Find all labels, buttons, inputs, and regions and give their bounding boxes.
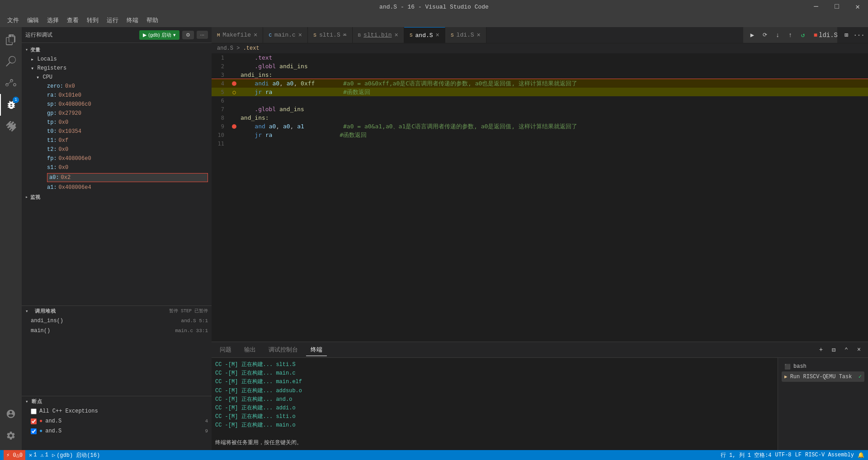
tab-ldi-s[interactable]: S ldi.S ×: [445, 27, 486, 43]
terminal-run-task[interactable]: ▶ Run RISCV-QEMU Task ✓: [782, 371, 864, 382]
split-terminal-button[interactable]: ⊟: [828, 344, 839, 355]
source-control-activity-icon[interactable]: [0, 72, 22, 94]
tab-main-c-close[interactable]: ×: [298, 32, 302, 39]
line-col-label: 行 1, 列 1 空格:4: [721, 451, 772, 459]
variables-section-header[interactable]: ▾ 变量: [22, 45, 212, 55]
status-notifications[interactable]: 🔔: [858, 451, 864, 459]
bp-and-s-1[interactable]: ● and.S 4: [22, 416, 212, 426]
watch-section-header[interactable]: ▸ 监视: [22, 192, 212, 202]
menu-view[interactable]: 查看: [63, 14, 82, 26]
status-debug-session[interactable]: ▷ (gdb) 启动(16): [52, 451, 100, 459]
call-stack-frame-0[interactable]: andi_ins() and.S 5:1: [22, 316, 212, 326]
tab-slti-s[interactable]: S slti.S ×: [308, 27, 352, 43]
more-tabs-icon[interactable]: ···: [854, 30, 864, 41]
menu-select[interactable]: 选择: [43, 14, 62, 26]
bp-and-s-2-checkbox[interactable]: [31, 428, 37, 434]
menu-run[interactable]: 运行: [103, 14, 122, 26]
reg-a0[interactable]: a0: 0x2: [47, 173, 208, 182]
reg-t2[interactable]: t2: 0x0: [33, 145, 212, 154]
tab-output[interactable]: 输出: [240, 344, 260, 356]
search-activity-icon[interactable]: [0, 51, 22, 72]
reg-ra[interactable]: ra: 0x101e0: [33, 91, 212, 100]
call-stack-header[interactable]: ▾ 调用堆栈 暂停 STEP 已暂停: [22, 306, 212, 316]
split-editor-icon[interactable]: ⊞: [841, 30, 852, 41]
tab-ldi-s-close[interactable]: ×: [477, 32, 481, 39]
close-panel-button[interactable]: ×: [854, 344, 864, 355]
restart-button[interactable]: ↺: [797, 30, 808, 41]
code-editor[interactable]: 1 .text 2 .globl andi_ins 3 andi_ins:: [212, 53, 868, 342]
menu-edit[interactable]: 编辑: [24, 14, 42, 26]
tab-makefile[interactable]: M Makefile ×: [212, 27, 263, 43]
tab-slti-bin[interactable]: B slti.bin ×: [353, 27, 404, 43]
step-out-button[interactable]: ↑: [785, 30, 796, 41]
reg-t0[interactable]: t0: 0x10354: [33, 127, 212, 136]
reg-fp[interactable]: fp: 0x408006e0: [33, 154, 212, 163]
reg-tp[interactable]: tp: 0x0: [33, 118, 212, 127]
status-right: 行 1, 列 1 空格:4 UTF-8 LF RISC-V Assembly 🔔: [721, 451, 864, 459]
terminal-output[interactable]: CC -[M] 正在构建... slti.S CC -[M] 正在构建... m…: [212, 358, 778, 450]
bp-exceptions[interactable]: All C++ Exceptions: [22, 406, 212, 416]
tab-makefile-label: Makefile: [223, 32, 251, 38]
step-into-button[interactable]: ↓: [772, 30, 783, 41]
tab-makefile-close[interactable]: ×: [254, 32, 257, 39]
terminal-line-3: CC -[M] 正在构建... main.elf: [215, 378, 774, 386]
breakpoints-header[interactable]: ▾ 断点: [22, 396, 212, 406]
bp-and-s-1-checkbox[interactable]: [31, 418, 37, 424]
continue-button[interactable]: ▶: [747, 30, 758, 41]
maximize-button[interactable]: □: [826, 0, 847, 14]
tab-terminal[interactable]: 终端: [306, 344, 327, 356]
tab-debug-console[interactable]: 调试控制台: [264, 344, 302, 356]
menu-file[interactable]: 文件: [4, 14, 23, 26]
reg-s1[interactable]: s1: 0x0: [33, 163, 212, 172]
call-stack-frame-1[interactable]: main() main.c 33:1: [22, 326, 212, 336]
menu-goto[interactable]: 转到: [83, 14, 102, 26]
bp-exceptions-checkbox[interactable]: [31, 408, 37, 414]
status-line-col[interactable]: 行 1, 列 1 空格:4: [721, 451, 772, 459]
frame-file-1: main.c 33:1: [175, 328, 208, 333]
status-warnings[interactable]: ⚠ 1: [41, 452, 48, 459]
bp-and-s-2[interactable]: ● and.S 9: [22, 426, 212, 436]
code-line-4: 4 andi a0, a0, 0xff #a0 = a0&0xff,a0是C语言…: [212, 79, 868, 88]
tab-main-c[interactable]: C main.c ×: [263, 27, 308, 43]
tab-problems[interactable]: 问题: [215, 344, 236, 356]
ldi-s-tab-icon: S: [451, 33, 454, 38]
extensions-activity-icon[interactable]: [0, 116, 22, 137]
reg-a1[interactable]: a1: 0x408006e4: [33, 183, 212, 192]
locals-label: Locals: [37, 56, 57, 62]
more-debug-button[interactable]: ldi.S: [823, 30, 834, 41]
debug-more-button[interactable]: ···: [197, 31, 208, 39]
debug-launch-button[interactable]: ▶ ▶ (gdb) 启动 (gdb) 启动 ▾: [139, 30, 179, 40]
explorer-activity-icon[interactable]: [0, 29, 22, 51]
add-terminal-button[interactable]: +: [816, 344, 826, 355]
status-errors[interactable]: ✕ 1: [29, 452, 37, 459]
status-language[interactable]: RISC-V Assembly: [805, 451, 854, 459]
warning-icon: ⚠: [41, 452, 44, 459]
tab-slti-bin-close[interactable]: ×: [395, 32, 398, 39]
step-over-button[interactable]: ⟳: [760, 30, 770, 41]
reg-sp[interactable]: sp: 0x408006c0: [33, 100, 212, 109]
encoding-label: UTF-8: [775, 452, 792, 458]
reg-gp[interactable]: gp: 0x27920: [33, 109, 212, 118]
cpu-group-header[interactable]: ▾ CPU: [33, 73, 212, 82]
status-encoding[interactable]: UTF-8: [775, 451, 792, 459]
registers-group-header[interactable]: ▾ Registers: [27, 64, 212, 73]
debug-gear-button[interactable]: ⚙: [182, 31, 194, 39]
minimize-button[interactable]: ─: [806, 0, 826, 14]
menu-help[interactable]: 帮助: [143, 14, 162, 26]
tab-and-s[interactable]: S and.S ×: [404, 27, 445, 43]
reg-t1[interactable]: t1: 0xf: [33, 136, 212, 145]
reg-zero[interactable]: zero: 0x0: [33, 82, 212, 91]
tab-slti-s-close[interactable]: ×: [343, 32, 347, 38]
menu-terminal[interactable]: 终端: [123, 14, 142, 26]
terminal-bash-task[interactable]: ⬛ bash: [782, 361, 864, 371]
debug-activity-icon[interactable]: 1: [0, 94, 22, 116]
maximize-panel-button[interactable]: ⌃: [841, 344, 852, 355]
chevron-down-icon: ▾: [36, 74, 39, 81]
close-button[interactable]: ✕: [847, 0, 868, 14]
account-icon[interactable]: [0, 403, 22, 425]
tab-and-s-close[interactable]: ×: [436, 32, 439, 39]
activity-bar: 1: [0, 27, 22, 450]
locals-group-header[interactable]: ▸ Locals: [27, 55, 212, 64]
settings-icon[interactable]: [0, 425, 22, 446]
status-line-ending[interactable]: LF: [795, 451, 802, 459]
